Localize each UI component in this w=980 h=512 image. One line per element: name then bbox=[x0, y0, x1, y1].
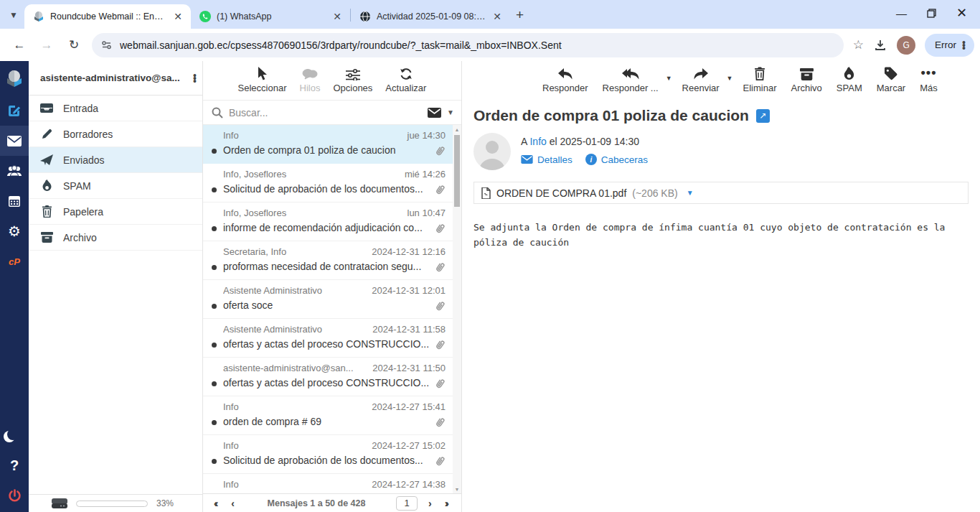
prev-page-button[interactable]: ‹ bbox=[226, 498, 240, 509]
quota-footer: 33% bbox=[29, 494, 202, 512]
folder-archivo[interactable]: Archivo bbox=[29, 225, 202, 251]
mark-label: Marcar bbox=[877, 83, 905, 93]
refresh-button[interactable]: Actualizar bbox=[385, 66, 426, 93]
site-settings-icon[interactable] bbox=[100, 39, 113, 51]
dark-mode-toggle[interactable] bbox=[0, 420, 29, 450]
scrollbar-thumb[interactable] bbox=[454, 135, 460, 207]
spam-button[interactable]: SPAM bbox=[837, 66, 862, 93]
page-number-input[interactable]: 1 bbox=[396, 496, 418, 511]
tab-roundcube[interactable]: Roundcube Webmail :: Enviados ✕ bbox=[24, 4, 191, 29]
contacts-nav-item[interactable] bbox=[0, 156, 29, 186]
select-button[interactable]: Seleccionar bbox=[238, 66, 287, 93]
calendar-nav-item[interactable] bbox=[0, 186, 29, 216]
folder-entrada[interactable]: Entrada bbox=[29, 96, 202, 121]
message-subject: Solicitud de aprobación de los documento… bbox=[223, 183, 435, 195]
attachment-menu-chevron-icon[interactable]: ▼ bbox=[687, 189, 694, 197]
attachment-row[interactable]: ORDEN DE COMPRA 01.pdf (~206 KB) ▼ bbox=[473, 182, 969, 204]
forward-button[interactable]: → bbox=[36, 34, 57, 56]
message-date: 2024-12-31 12:01 bbox=[372, 285, 446, 296]
message-sender: Info bbox=[223, 479, 366, 490]
message-row[interactable]: Asistente Administrativo2024-12-31 12:01… bbox=[203, 280, 453, 319]
search-input[interactable] bbox=[229, 107, 422, 118]
list-pagination: ‹‹ ‹ Mensajes 1 a 50 de 428 1 › ›› bbox=[203, 493, 461, 512]
message-row[interactable]: Info2024-12-27 15:02 Solicitud de aproba… bbox=[203, 435, 453, 474]
delete-button[interactable]: Eliminar bbox=[743, 66, 777, 93]
threads-button[interactable]: Hilos bbox=[300, 66, 321, 93]
reply-all-button[interactable]: Responder ... bbox=[603, 66, 659, 93]
reply-button[interactable]: Responder bbox=[542, 66, 588, 93]
more-button[interactable]: ••• Más bbox=[920, 66, 938, 93]
attachment-name[interactable]: ORDEN DE COMPRA 01.pdf bbox=[496, 187, 626, 199]
mark-button[interactable]: Marcar bbox=[877, 66, 905, 93]
reply-label: Responder bbox=[542, 83, 588, 93]
tab-close-icon[interactable]: ✕ bbox=[172, 11, 184, 22]
minimize-button[interactable]: — bbox=[896, 7, 907, 19]
help-button[interactable]: ? bbox=[0, 450, 29, 480]
list-scrollbar[interactable]: ▲ ▼ bbox=[453, 125, 461, 493]
tab-actividad[interactable]: Actividad 2025-01-09 08:00:00 ✕ bbox=[351, 4, 510, 29]
scroll-up-icon[interactable]: ▲ bbox=[455, 125, 460, 134]
options-button[interactable]: Opciones bbox=[333, 66, 372, 93]
back-button[interactable]: ← bbox=[9, 34, 30, 56]
message-row[interactable]: Info2024-12-27 14:38 bbox=[203, 474, 453, 493]
message-row[interactable]: Info, Josefloresmié 14:26 Solicitud de a… bbox=[203, 164, 453, 203]
mail-nav-item[interactable] bbox=[0, 126, 29, 156]
browser-menu-error-button[interactable]: Error ••• bbox=[925, 34, 974, 57]
folders-pane: asistente-administrativo@sa... ••• Entra… bbox=[29, 61, 203, 512]
reload-button[interactable]: ↻ bbox=[63, 34, 85, 56]
roundcube-logo[interactable] bbox=[0, 61, 29, 96]
details-toggle[interactable]: Detalles bbox=[521, 154, 573, 165]
message-row[interactable]: Asistente Administrativo2024-12-31 11:58… bbox=[203, 319, 453, 358]
unread-dot bbox=[212, 343, 217, 348]
message-sender: asistente-administrativo@san... bbox=[223, 363, 367, 373]
forward-button[interactable]: Reenviar bbox=[682, 66, 720, 93]
bookmark-star-icon[interactable]: ☆ bbox=[853, 37, 864, 52]
profile-avatar[interactable]: G bbox=[897, 36, 915, 55]
settings-nav-item[interactable]: ⚙ bbox=[0, 216, 29, 246]
unread-dot bbox=[212, 265, 217, 270]
message-row[interactable]: Infojue 14:30 Orden de compra 01 poliza … bbox=[203, 125, 453, 164]
flame-icon bbox=[40, 180, 53, 192]
forward-menu-chevron-icon[interactable]: ▼ bbox=[727, 75, 733, 82]
folder-enviados[interactable]: Enviados bbox=[29, 147, 202, 173]
restore-button[interactable] bbox=[927, 9, 936, 18]
tab-close-icon[interactable]: ✕ bbox=[491, 11, 503, 22]
search-scope-mail-icon[interactable] bbox=[428, 108, 441, 118]
logout-button[interactable] bbox=[0, 480, 29, 511]
message-row[interactable]: asistente-administrativo@san...2024-12-3… bbox=[203, 358, 453, 396]
search-options-chevron-icon[interactable]: ▼ bbox=[447, 108, 454, 116]
spam-label: SPAM bbox=[837, 83, 862, 93]
list-toolbar: Seleccionar Hilos Opciones bbox=[203, 61, 461, 100]
folder-borradores[interactable]: Borradores bbox=[29, 121, 202, 147]
message-row[interactable]: Info2024-12-27 15:41 orden de compra # 6… bbox=[203, 396, 453, 435]
cpanel-nav-item[interactable]: cP bbox=[0, 246, 29, 276]
message-subject: Solicitud de aprobación de los documento… bbox=[223, 455, 435, 466]
account-menu-icon[interactable]: ••• bbox=[193, 74, 197, 83]
omnibox[interactable]: webmail.sanjuan.gob.ec/cpsess4870690156/… bbox=[92, 33, 844, 57]
tab-whatsapp[interactable]: (1) WhatsApp ✕ bbox=[191, 4, 350, 29]
last-page-button[interactable]: ›› bbox=[440, 498, 454, 509]
compose-button[interactable] bbox=[0, 96, 29, 126]
inbox-icon bbox=[40, 103, 53, 113]
folder-label: Borradores bbox=[63, 129, 113, 140]
archive-button[interactable]: Archivo bbox=[791, 66, 822, 93]
folder-spam[interactable]: SPAM bbox=[29, 173, 202, 199]
next-page-button[interactable]: › bbox=[423, 498, 437, 509]
new-tab-button[interactable]: + bbox=[516, 7, 524, 23]
close-button[interactable]: ✕ bbox=[956, 5, 967, 21]
first-page-button[interactable]: ‹‹ bbox=[209, 498, 223, 509]
tab-list-chevron-icon[interactable]: ▼ bbox=[4, 6, 23, 24]
account-email: asistente-administrativo@sa... bbox=[40, 73, 193, 83]
open-in-new-window-icon[interactable]: ↗ bbox=[756, 109, 770, 123]
headers-toggle[interactable]: i Cabeceras bbox=[585, 154, 648, 165]
folder-papelera[interactable]: Papelera bbox=[29, 199, 202, 225]
scroll-down-icon[interactable]: ▼ bbox=[455, 485, 460, 493]
reply-all-menu-chevron-icon[interactable]: ▼ bbox=[666, 75, 672, 82]
recipient-link[interactable]: Info bbox=[529, 136, 546, 147]
tab-close-icon[interactable]: ✕ bbox=[331, 11, 343, 22]
url-text[interactable]: webmail.sanjuan.gob.ec/cpsess4870690156/… bbox=[120, 39, 835, 51]
message-row[interactable]: Info, Josefloreslun 10:47 informe de rec… bbox=[203, 203, 453, 241]
message-row[interactable]: Secretaria, Info2024-12-31 12:16 proform… bbox=[203, 241, 453, 280]
unread-dot bbox=[212, 459, 217, 464]
downloads-icon[interactable] bbox=[874, 39, 887, 52]
